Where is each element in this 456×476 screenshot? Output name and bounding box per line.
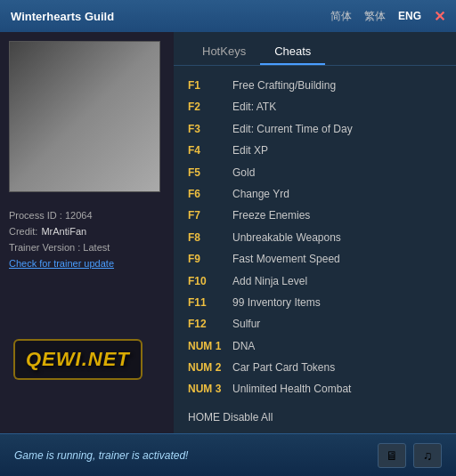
status-bar: Game is running, trainer is activated! 🖥… (0, 433, 456, 476)
cheat-item: F2Edit: ATK (188, 96, 442, 117)
cheat-desc: Unbreakable Weapons (232, 229, 341, 246)
cheat-desc: Change Yrd (232, 185, 289, 203)
cheat-key: F7 (188, 206, 232, 224)
watermark-container: QEWI.NET (13, 339, 142, 380)
cheat-key: F2 (188, 98, 232, 116)
tab-cheats[interactable]: Cheats (260, 39, 325, 65)
cheat-desc: Sulfur (232, 315, 260, 333)
title-bar: Winterhearts Guild 简体 繁体 ENG ✕ (0, 0, 456, 32)
cheat-key: NUM 2 (188, 359, 232, 376)
cheat-item: F1Free Crafting/Building (188, 75, 442, 96)
credit-label: Credit: (9, 226, 37, 237)
cheat-item: NUM 1DNA (188, 335, 442, 357)
game-image (9, 41, 160, 192)
cheat-key: F11 (188, 294, 232, 311)
cheat-item: F6Change Yrd (188, 183, 442, 205)
cheat-key: F12 (188, 315, 232, 333)
tabs-bar: HotKeys Cheats (174, 32, 456, 66)
check-update-link[interactable]: Check for trainer update (9, 258, 165, 269)
cheat-item: NUM 2Car Part Card Tokens (188, 357, 442, 378)
close-button[interactable]: ✕ (434, 8, 445, 25)
cheat-desc: Gold (232, 164, 255, 182)
cheat-desc: Edit: ATK (232, 98, 276, 116)
cheat-desc: Edit XP (232, 141, 268, 159)
cheat-key: F1 (188, 77, 232, 94)
cheat-item: F5Gold (188, 162, 442, 183)
cheat-key: NUM 1 (188, 337, 232, 355)
credit-value: MrAntiFan (41, 226, 86, 237)
cheat-key: F3 (188, 120, 232, 138)
monitor-icon[interactable]: 🖥 (378, 443, 406, 468)
status-message: Game is running, trainer is activated! (14, 449, 188, 462)
process-id-label: Process ID : 12064 (9, 210, 165, 221)
cheat-key: F4 (188, 141, 232, 159)
tab-hotkeys[interactable]: HotKeys (188, 39, 260, 65)
music-icon[interactable]: ♫ (413, 443, 442, 468)
cheat-item: F7Freeze Enemies (188, 205, 442, 226)
home-action: HOME Disable All (188, 411, 273, 424)
cheat-key: F6 (188, 185, 232, 203)
cheat-item: F12Sulfur (188, 313, 442, 335)
cheat-key: NUM 3 (188, 380, 232, 398)
cheat-desc: Unlimited Health Combat (232, 380, 351, 398)
watermark-text: QEWI.NET (26, 348, 130, 371)
app-title: Winterhearts Guild (11, 10, 114, 23)
status-icons: 🖥 ♫ (378, 443, 442, 468)
main-container: Process ID : 12064 Credit: MrAntiFan Tra… (0, 32, 456, 433)
cheat-item: F8Unbreakable Weapons (188, 227, 442, 248)
cheat-item: F9Fast Movement Speed (188, 248, 442, 270)
title-controls: 简体 繁体 ENG ✕ (330, 8, 445, 25)
cheat-desc: Add Ninja Level (232, 272, 307, 290)
cheat-desc: 99 Inventory Items (232, 294, 321, 311)
cheat-key: F10 (188, 272, 232, 290)
sidebar: Process ID : 12064 Credit: MrAntiFan Tra… (0, 32, 174, 433)
cheat-key: F8 (188, 229, 232, 246)
cheat-item: F3Edit: Current Time of Day (188, 118, 442, 140)
cheat-desc: Free Crafting/Building (232, 77, 336, 94)
cheat-key: F5 (188, 164, 232, 182)
lang-english[interactable]: ENG (398, 10, 421, 22)
cheat-item: F10Add Ninja Level (188, 270, 442, 292)
lang-traditional[interactable]: 繁体 (364, 9, 386, 24)
cheat-desc: Fast Movement Speed (232, 250, 340, 268)
cheats-list: F1Free Crafting/BuildingF2Edit: ATKF3Edi… (174, 66, 456, 408)
lang-simplified[interactable]: 简体 (330, 9, 352, 24)
cheat-key: F9 (188, 250, 232, 268)
content-area: HotKeys Cheats F1Free Crafting/BuildingF… (174, 32, 456, 433)
cheat-desc: Car Part Card Tokens (232, 359, 335, 376)
sidebar-info: Process ID : 12064 Credit: MrAntiFan Tra… (9, 201, 165, 424)
trainer-version-label: Trainer Version : Latest (9, 242, 165, 253)
cheat-desc: Freeze Enemies (232, 206, 310, 224)
cheat-desc: Edit: Current Time of Day (232, 120, 353, 138)
cheat-item: F4Edit XP (188, 140, 442, 161)
cheat-item: NUM 3Unlimited Health Combat (188, 378, 442, 399)
home-action-container: HOME Disable All (174, 408, 456, 433)
cheat-item: F1199 Inventory Items (188, 292, 442, 313)
cheat-desc: DNA (232, 337, 255, 355)
